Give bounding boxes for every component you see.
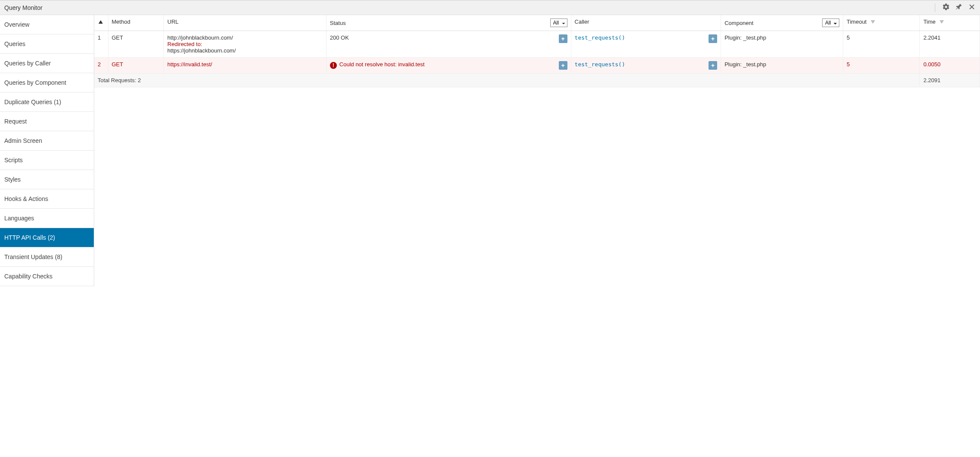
- sidebar-item[interactable]: Hooks & Actions: [0, 189, 94, 209]
- row-caller: test_requests(): [575, 34, 625, 41]
- row-url-cell: http://johnblackbourn.com/Redirected to:…: [164, 31, 327, 58]
- table-header-row: Method URL Status All Caller: [94, 15, 980, 31]
- col-index[interactable]: [94, 15, 108, 31]
- panel-body: OverviewQueriesQueries by CallerQueries …: [0, 15, 980, 286]
- table-row: 2GEThttps://invalid.test/+!Could not res…: [94, 58, 980, 74]
- titlebar: Query Monitor: [0, 0, 980, 15]
- col-status-label: Status: [330, 20, 346, 26]
- sidebar-item[interactable]: Overview: [0, 15, 94, 34]
- row-url-cell: https://invalid.test/: [164, 58, 327, 74]
- sidebar: OverviewQueriesQueries by CallerQueries …: [0, 15, 94, 286]
- sidebar-item[interactable]: Capability Checks: [0, 267, 94, 286]
- close-icon[interactable]: [968, 3, 976, 12]
- sort-asc-icon: [99, 20, 103, 24]
- sidebar-item[interactable]: Queries by Caller: [0, 54, 94, 73]
- col-status: Status All: [326, 15, 571, 31]
- sidebar-item[interactable]: Queries by Component: [0, 73, 94, 93]
- col-url: URL: [164, 15, 327, 31]
- row-timeout: 5: [843, 58, 920, 74]
- col-timeout[interactable]: Timeout: [843, 15, 920, 31]
- col-method: Method: [108, 15, 164, 31]
- row-index: 1: [94, 31, 108, 58]
- row-caller-cell: +test_requests(): [571, 58, 721, 74]
- row-index: 2: [94, 58, 108, 74]
- row-component: Plugin: _test.php: [721, 31, 843, 58]
- expand-button[interactable]: +: [709, 61, 717, 70]
- component-filter-select[interactable]: All: [822, 19, 839, 27]
- row-status-cell: +!Could not resolve host: invalid.test: [326, 58, 571, 74]
- row-status-cell: +200 OK: [326, 31, 571, 58]
- row-component: Plugin: _test.php: [721, 58, 843, 74]
- row-method: GET: [108, 31, 164, 58]
- main-content: Method URL Status All Caller: [94, 15, 980, 286]
- sidebar-item[interactable]: Transient Updates (8): [0, 247, 94, 267]
- sidebar-item[interactable]: Styles: [0, 170, 94, 189]
- expand-button[interactable]: +: [559, 61, 567, 70]
- row-url: https://invalid.test/: [167, 61, 323, 68]
- expand-button[interactable]: +: [709, 34, 717, 43]
- row-status: Could not resolve host: invalid.test: [339, 61, 425, 68]
- table-row: 1GEThttp://johnblackbourn.com/Redirected…: [94, 31, 980, 58]
- expand-button[interactable]: +: [559, 34, 567, 43]
- col-component: Component All: [721, 15, 843, 31]
- row-url: http://johnblackbourn.com/: [167, 34, 323, 41]
- pin-icon[interactable]: [955, 3, 963, 12]
- sidebar-item[interactable]: Scripts: [0, 151, 94, 170]
- sidebar-item[interactable]: HTTP API Calls (2): [0, 228, 94, 247]
- sort-icon: [940, 20, 944, 24]
- col-time[interactable]: Time: [920, 15, 980, 31]
- panel-title: Query Monitor: [4, 4, 43, 11]
- sort-icon: [871, 20, 875, 24]
- http-api-calls-table: Method URL Status All Caller: [94, 15, 980, 87]
- redirect-label: Redirected to:: [167, 41, 323, 47]
- col-caller: Caller: [571, 15, 721, 31]
- total-time: 2.2091: [920, 74, 980, 87]
- status-filter-select[interactable]: All: [550, 19, 567, 27]
- row-status: 200 OK: [330, 34, 349, 41]
- titlebar-actions: [935, 3, 976, 12]
- total-requests-label: Total Requests: 2: [94, 74, 920, 87]
- row-method: GET: [108, 58, 164, 74]
- gear-icon[interactable]: [942, 3, 950, 12]
- query-monitor-panel: Query Monitor OverviewQueriesQueries by …: [0, 0, 980, 286]
- redirect-url: https://johnblackbourn.com/: [167, 47, 323, 54]
- sidebar-item[interactable]: Duplicate Queries (1): [0, 93, 94, 112]
- separator: [935, 3, 935, 12]
- sidebar-item[interactable]: Queries: [0, 34, 94, 54]
- error-icon: !: [330, 62, 337, 69]
- row-time: 2.2041: [920, 31, 980, 58]
- row-caller-cell: +test_requests(): [571, 31, 721, 58]
- col-component-label: Component: [724, 20, 753, 26]
- sidebar-item[interactable]: Admin Screen: [0, 131, 94, 151]
- row-caller: test_requests(): [575, 61, 625, 68]
- sidebar-item[interactable]: Request: [0, 112, 94, 131]
- row-time: 0.0050: [920, 58, 980, 74]
- sidebar-item[interactable]: Languages: [0, 209, 94, 228]
- row-timeout: 5: [843, 31, 920, 58]
- table-footer-row: Total Requests: 2 2.2091: [94, 74, 980, 87]
